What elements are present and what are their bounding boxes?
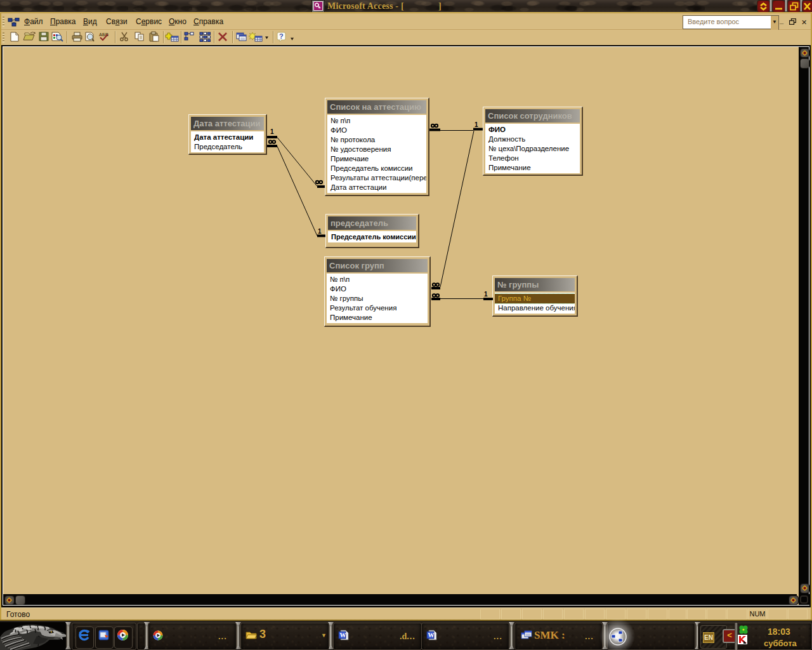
svg-text:1: 1 — [270, 128, 274, 135]
svg-text:W: W — [428, 632, 435, 639]
svg-text:1: 1 — [318, 228, 322, 235]
svg-text:1: 1 — [484, 291, 488, 298]
svg-text:1: 1 — [475, 121, 478, 128]
svg-text:W: W — [340, 632, 346, 639]
